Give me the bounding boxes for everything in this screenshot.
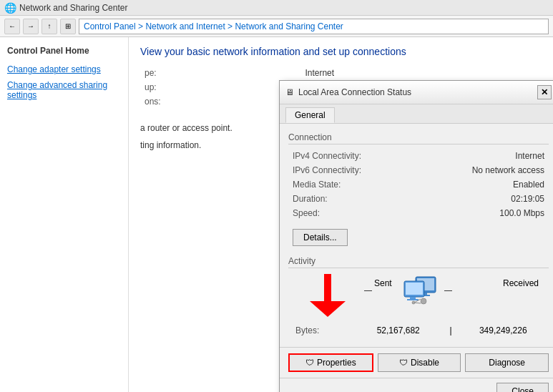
up-button[interactable]: ↑ xyxy=(41,19,57,34)
bytes-row: Bytes: 52,167,682 | 349,249,226 xyxy=(288,323,549,338)
diagnose-label: Diagnose xyxy=(489,358,525,368)
forward-button[interactable]: → xyxy=(23,19,39,34)
received-label: Received xyxy=(503,278,539,288)
right-panel: View your basic network information and … xyxy=(129,37,553,392)
sidebar-link-adapter[interactable]: Change adapter settings xyxy=(7,64,121,74)
breadcrumb: Control Panel > Network and Internet > N… xyxy=(79,19,549,34)
sent-bytes: 52,167,682 xyxy=(353,325,444,335)
titlebar-icon: 🌐 xyxy=(4,2,16,14)
home-icon: ⊞ xyxy=(60,19,76,34)
table-row: IPv6 Connectivity: No network access xyxy=(288,163,549,177)
type-value: Internet xyxy=(300,66,542,80)
bytes-separator: | xyxy=(449,325,451,335)
sent-dash: — xyxy=(364,285,372,294)
media-label: Media State: xyxy=(288,177,431,192)
ipv6-label: IPv6 Connectivity: xyxy=(288,163,431,177)
properties-icon: 🛡 xyxy=(305,358,314,368)
dialog: 🖥 Local Area Connection Status ✕ General… xyxy=(279,80,553,392)
media-value: Enabled xyxy=(431,177,549,192)
svg-point-16 xyxy=(412,301,415,304)
received-bytes: 349,249,226 xyxy=(458,325,549,335)
dialog-titlebar: 🖥 Local Area Connection Status ✕ xyxy=(280,81,553,104)
table-row: Speed: 100.0 Mbps xyxy=(288,206,549,220)
dialog-title-text: Local Area Connection Status xyxy=(298,87,411,97)
dialog-close-button[interactable]: ✕ xyxy=(537,85,552,99)
titlebar: 🌐 Network and Sharing Center xyxy=(0,0,553,16)
connection-section-label: Connection xyxy=(288,132,549,144)
ipv6-value: No network access xyxy=(431,163,549,177)
duration-value: 02:19:05 xyxy=(431,192,549,206)
table-row: Duration: 02:19:05 xyxy=(288,192,549,206)
close-button[interactable]: Close xyxy=(496,383,549,392)
received-col: Received xyxy=(503,278,539,288)
main-content: Control Panel Home Change adapter settin… xyxy=(0,37,553,392)
properties-button[interactable]: 🛡 Properties xyxy=(288,353,373,372)
type-label: pe: xyxy=(140,66,300,80)
disable-icon: 🛡 xyxy=(399,358,408,368)
speed-value: 100.0 Mbps xyxy=(431,206,549,220)
sent-label: Sent xyxy=(374,278,392,288)
sent-col: Sent xyxy=(374,278,392,288)
breadcrumb-text: Control Panel > Network and Internet > N… xyxy=(84,21,343,31)
dialog-title-left: 🖥 Local Area Connection Status xyxy=(285,87,411,97)
addressbar: ← → ↑ ⊞ Control Panel > Network and Inte… xyxy=(0,16,553,37)
svg-point-13 xyxy=(421,298,426,304)
activity-section: Activity Sent xyxy=(288,256,549,338)
svg-line-15 xyxy=(414,303,421,303)
dialog-arrow-svg xyxy=(295,273,360,319)
bytes-label: Bytes: xyxy=(295,325,353,335)
diagnose-button[interactable]: Diagnose xyxy=(465,353,549,372)
svg-marker-4 xyxy=(310,301,346,317)
disable-label: Disable xyxy=(411,358,439,368)
disable-button[interactable]: 🛡 Disable xyxy=(378,353,461,372)
dialog-close-section: Close xyxy=(280,378,553,392)
svg-rect-12 xyxy=(407,299,419,300)
connection-info-table: IPv4 Connectivity: Internet IPv6 Connect… xyxy=(288,149,549,220)
dialog-body: Connection IPv4 Connectivity: Internet I… xyxy=(280,124,553,347)
properties-label: Properties xyxy=(317,358,356,368)
svg-rect-10 xyxy=(406,283,423,295)
table-row: Media State: Enabled xyxy=(288,177,549,192)
dialog-title-icon: 🖥 xyxy=(285,87,294,97)
speed-label: Speed: xyxy=(288,206,431,220)
table-row: IPv4 Connectivity: Internet xyxy=(288,149,549,163)
received-dash: — xyxy=(444,285,452,294)
duration-label: Duration: xyxy=(288,192,431,206)
computer-svg xyxy=(403,275,442,305)
page-title: View your basic network information and … xyxy=(140,46,542,57)
network-computer-icon xyxy=(403,275,442,308)
activity-section-label: Activity xyxy=(288,256,549,268)
sidebar-link-advanced[interactable]: Change advanced sharing settings xyxy=(7,80,121,100)
connections-label: ons: xyxy=(140,94,300,109)
tab-general[interactable]: General xyxy=(285,107,335,123)
details-button[interactable]: Details... xyxy=(293,229,348,246)
dialog-tab-bar: General xyxy=(280,104,553,124)
titlebar-text: Network and Sharing Center xyxy=(19,3,127,13)
ipv4-value: Internet xyxy=(431,149,549,163)
back-button[interactable]: ← xyxy=(4,19,20,34)
group-label: up: xyxy=(140,80,300,94)
ipv4-label: IPv4 Connectivity: xyxy=(288,149,431,163)
sidebar-title: Control Panel Home xyxy=(7,46,121,56)
dialog-footer: 🛡 Properties 🛡 Disable Diagnose xyxy=(280,347,553,378)
sidebar: Control Panel Home Change adapter settin… xyxy=(0,37,129,392)
